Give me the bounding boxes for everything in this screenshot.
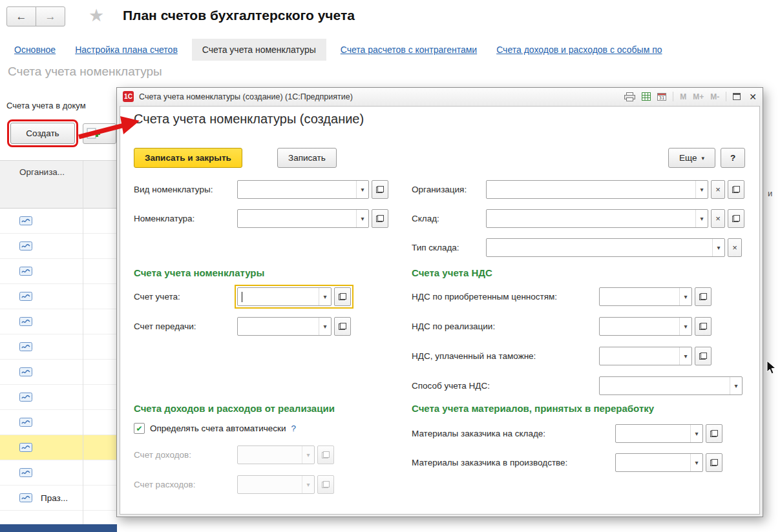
table-row[interactable] bbox=[0, 284, 117, 309]
sklad-clear-button[interactable]: × bbox=[711, 209, 725, 228]
list-caption: Счета учета в докум bbox=[6, 101, 86, 110]
tab-osnovnoe[interactable]: Основное bbox=[9, 39, 61, 61]
dropdown-arrow-icon[interactable]: ▾ bbox=[356, 181, 368, 198]
tip-sklada-input[interactable] bbox=[487, 239, 712, 256]
maximize-icon[interactable] bbox=[733, 93, 741, 100]
nds-priobretennym-choose-button[interactable] bbox=[695, 287, 711, 306]
dropdown-arrow-icon[interactable]: ▾ bbox=[690, 425, 702, 442]
calendar-icon[interactable]: 31 bbox=[657, 92, 666, 101]
vid-nomenklatury-choose-button[interactable] bbox=[372, 180, 388, 199]
screen: ← → ★ План счетов бухгалтерского учета О… bbox=[0, 0, 780, 532]
materialy-na-sklade-choose-button[interactable] bbox=[706, 424, 722, 443]
nomenklatura-choose-button[interactable] bbox=[372, 209, 388, 228]
nds-priobretennym-field[interactable]: ▾ bbox=[599, 287, 692, 306]
schet-ucheta-input[interactable] bbox=[242, 288, 319, 305]
schet-peredachi-input[interactable] bbox=[238, 318, 319, 335]
auto-accounts-checkbox[interactable]: ✔ bbox=[134, 423, 145, 434]
tab-scheta-raschetov[interactable]: Счета расчетов с контрагентами bbox=[335, 39, 482, 61]
sklad-input[interactable] bbox=[487, 210, 695, 227]
help-button[interactable]: ? bbox=[721, 148, 745, 168]
tip-sklada-field[interactable]: ▾ bbox=[486, 238, 725, 257]
schet-peredachi-field[interactable]: ▾ bbox=[237, 317, 332, 336]
sposob-ucheta-nds-input[interactable] bbox=[600, 377, 730, 394]
memory-m-minus-button[interactable]: М- bbox=[710, 92, 719, 101]
memory-m-plus-button[interactable]: М+ bbox=[693, 92, 704, 101]
print-icon[interactable] bbox=[624, 92, 635, 101]
forward-button[interactable]: → bbox=[36, 6, 65, 26]
dropdown-arrow-icon[interactable]: ▾ bbox=[319, 288, 331, 305]
page-title: План счетов бухгалтерского учета bbox=[123, 8, 355, 23]
column-header-organization[interactable]: Организа... bbox=[0, 161, 117, 209]
record-icon bbox=[19, 468, 32, 477]
vid-nomenklatury-field[interactable]: ▾ bbox=[237, 180, 369, 199]
materialy-v-proizvodstve-input[interactable] bbox=[616, 454, 690, 471]
organizatsiya-choose-button[interactable] bbox=[728, 180, 744, 199]
materialy-na-sklade-input[interactable] bbox=[616, 425, 690, 442]
create-button[interactable]: Создать bbox=[10, 123, 75, 144]
memory-m-button[interactable]: М bbox=[680, 92, 686, 101]
field-row: Склад: ▾ × bbox=[412, 209, 744, 228]
nds-tamozhne-input[interactable] bbox=[600, 347, 679, 365]
table-row-selected[interactable] bbox=[0, 435, 117, 460]
materialy-v-proizvodstve-field[interactable]: ▾ bbox=[615, 453, 703, 472]
favorite-star-icon[interactable]: ★ bbox=[89, 5, 104, 26]
dropdown-arrow-icon[interactable]: ▾ bbox=[679, 347, 691, 365]
save-button[interactable]: Записать bbox=[277, 148, 337, 168]
nomenklatura-field[interactable]: ▾ bbox=[237, 209, 369, 228]
sklad-field[interactable]: ▾ bbox=[486, 209, 708, 228]
dialog-titlebar[interactable]: 1С Счета учета номенклатуры (создание) (… bbox=[117, 88, 763, 105]
dropdown-arrow-icon[interactable]: ▾ bbox=[712, 239, 724, 256]
dropdown-arrow-icon[interactable]: ▾ bbox=[356, 210, 368, 227]
record-icon bbox=[19, 267, 32, 276]
tab-scheta-ucheta-nomenklatury[interactable]: Счета учета номенклатуры bbox=[192, 39, 326, 61]
sposob-ucheta-nds-field[interactable]: ▾ bbox=[599, 376, 743, 395]
save-and-close-button[interactable]: Записать и закрыть bbox=[134, 148, 242, 168]
more-button[interactable]: Еще ▾ bbox=[668, 148, 715, 168]
materialy-na-sklade-field[interactable]: ▾ bbox=[615, 424, 703, 443]
nds-tamozhne-choose-button[interactable] bbox=[695, 347, 711, 365]
tab-scheta-dokhodov[interactable]: Счета доходов и расходов с особым по bbox=[491, 39, 667, 61]
table-row[interactable]: Праз... bbox=[0, 486, 117, 511]
field-row: Номенклатура: ▾ bbox=[134, 209, 388, 228]
table-row[interactable] bbox=[0, 360, 117, 385]
table-row[interactable] bbox=[0, 385, 117, 410]
dropdown-arrow-icon[interactable]: ▾ bbox=[695, 181, 708, 198]
table-row[interactable] bbox=[0, 460, 117, 486]
vid-nomenklatury-input[interactable] bbox=[238, 181, 356, 198]
dropdown-arrow-icon[interactable]: ▾ bbox=[695, 210, 708, 227]
spreadsheet-icon[interactable] bbox=[642, 92, 651, 101]
tab-nastroyka-plana-schetov[interactable]: Настройка плана счетов bbox=[70, 39, 183, 61]
nomenklatura-input[interactable] bbox=[238, 210, 356, 227]
nds-realizatsii-input[interactable] bbox=[600, 318, 679, 335]
table-row[interactable] bbox=[0, 259, 117, 284]
sklad-choose-button[interactable] bbox=[728, 209, 744, 228]
schet-ucheta-choose-button[interactable] bbox=[334, 287, 351, 306]
nds-realizatsii-field[interactable]: ▾ bbox=[599, 317, 692, 336]
dropdown-arrow-icon[interactable]: ▾ bbox=[679, 318, 691, 335]
dropdown-arrow-icon[interactable]: ▾ bbox=[319, 318, 331, 335]
tip-sklada-clear-button[interactable]: × bbox=[728, 238, 742, 257]
auto-accounts-help-link[interactable]: ? bbox=[291, 424, 296, 433]
dropdown-arrow-icon[interactable]: ▾ bbox=[730, 377, 742, 394]
field-row: Материалы заказчика в производстве: ▾ bbox=[412, 453, 722, 472]
table-row[interactable] bbox=[0, 209, 117, 234]
nds-priobretennym-input[interactable] bbox=[600, 288, 679, 305]
schet-peredachi-choose-button[interactable] bbox=[334, 317, 351, 336]
dropdown-arrow-icon[interactable]: ▾ bbox=[679, 288, 691, 305]
schet-ucheta-field[interactable]: ▾ bbox=[237, 287, 332, 306]
organizatsiya-input[interactable] bbox=[487, 181, 695, 198]
nds-realizatsii-choose-button[interactable] bbox=[695, 317, 711, 336]
add-copy-button[interactable] bbox=[83, 123, 116, 144]
table-row[interactable] bbox=[0, 334, 117, 360]
table-row[interactable] bbox=[0, 410, 117, 435]
organizatsiya-field[interactable]: ▾ bbox=[486, 180, 708, 199]
auto-accounts-label[interactable]: Определять счета автоматически bbox=[150, 424, 286, 433]
back-button[interactable]: ← bbox=[6, 6, 36, 26]
table-row[interactable] bbox=[0, 234, 117, 259]
dropdown-arrow-icon[interactable]: ▾ bbox=[690, 454, 702, 471]
organizatsiya-clear-button[interactable]: × bbox=[711, 180, 725, 199]
table-row[interactable] bbox=[0, 309, 117, 334]
materialy-v-proizvodstve-choose-button[interactable] bbox=[706, 453, 722, 472]
close-icon[interactable]: ✕ bbox=[749, 92, 757, 102]
nds-tamozhne-field[interactable]: ▾ bbox=[599, 347, 692, 365]
